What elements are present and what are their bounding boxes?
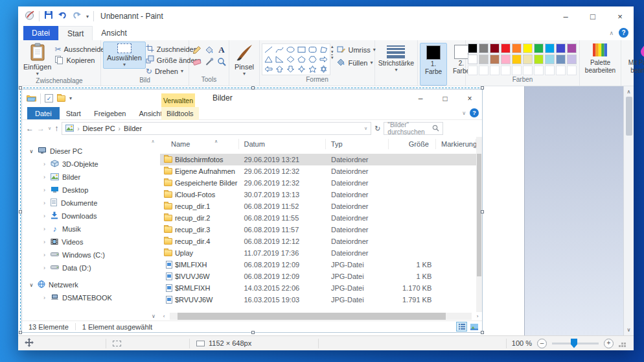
checkmark-icon[interactable]: ✓ [45,94,53,103]
palette-swatch[interactable] [468,43,477,53]
tab-bildtools[interactable]: Bildtools [161,107,199,120]
history-dropdown-icon[interactable]: ∨ [48,126,51,131]
table-row[interactable]: Gespeicherte Bilder29.06.2019 12:32Datei… [160,177,476,189]
shape-rounded-rectangle-icon[interactable] [307,45,318,54]
tab-ansicht[interactable]: Ansicht [93,26,135,40]
pencil-icon[interactable] [191,44,203,55]
tab-freigeben[interactable]: Freigeben [87,107,133,119]
palette-swatch[interactable] [523,54,533,64]
shape-left-arrow-icon[interactable] [263,64,274,74]
qat-dropdown-icon[interactable]: ▾ [69,96,72,101]
zoom-slider-thumb[interactable] [571,339,577,348]
horizontal-scrollbar[interactable]: ∨ ‹ › [22,312,482,320]
details-view-icon[interactable] [456,322,467,332]
palette-swatch[interactable] [545,54,555,64]
selection-handle[interactable] [251,331,255,334]
table-row[interactable]: $IMLFIXH06.08.2019 12:09JPG-Datei1 KB [160,259,476,271]
paint-canvas-area[interactable]: ✓ ▾ Verwalten Bilder – □ × Date [18,86,634,335]
palette-swatch-empty[interactable] [556,66,566,75]
table-row[interactable]: $RMLFIXH14.03.2015 22:06JPG-Datei1.170 K… [160,282,476,294]
sidebar-item-netzwerk[interactable]: ∨Netzwerk [22,278,157,291]
tab-datei[interactable]: Datei [23,26,58,40]
shape-line-icon[interactable] [263,45,274,54]
palette-swatch[interactable] [567,54,577,64]
shape-five-point-star-icon[interactable] [307,64,318,74]
scrollbar-thumb[interactable] [178,313,446,320]
scroll-left-icon[interactable]: ‹ [159,313,168,319]
selection-handle[interactable] [19,210,22,213]
chevron-collapsed-icon[interactable]: › [41,239,47,245]
sidebar-item-videos[interactable]: ›Videos [22,235,157,248]
palette-swatch-empty[interactable] [567,66,577,75]
edit-with-paint3d-button[interactable]: Mit Paint 3D bearbeiten [623,42,644,76]
sidebar-item-downloads[interactable]: ›Downloads [22,210,157,223]
chevron-expanded-icon[interactable]: ∨ [29,282,34,288]
table-row[interactable]: recup_dir.306.08.2019 11:57Dateiordner [160,224,476,235]
qat-dropdown-icon[interactable]: ▾ [86,14,89,19]
maximize-button[interactable]: □ [433,90,457,107]
sidebar-item-dieser-pc[interactable]: ∨Dieser PC [22,145,157,158]
undo-icon[interactable] [58,10,67,22]
shape-up-arrow-icon[interactable] [274,64,285,74]
chevron-collapsed-icon[interactable]: › [41,252,47,258]
shape-triangle-icon[interactable] [263,54,274,64]
selection-marquee[interactable]: ✓ ▾ Verwalten Bilder – □ × Date [20,88,483,333]
nav-scroll-down-icon[interactable]: ∨ [149,313,158,319]
palette-swatch[interactable] [501,54,511,64]
eyedropper-icon[interactable] [203,56,215,67]
column-header-typ[interactable]: Typ [326,139,389,149]
breadcrumb-bilder[interactable]: Bilder [124,125,142,132]
selection-handle[interactable] [481,86,484,90]
sidebar-item-windows-c[interactable]: ›Windows (C:) [22,248,157,261]
palette-swatch-empty[interactable] [523,66,533,75]
resize-grip[interactable] [621,343,623,344]
close-button[interactable]: × [606,6,634,26]
shape-right-triangle-icon[interactable] [274,54,285,64]
new-folder-icon[interactable] [57,95,65,102]
zoom-slider[interactable] [552,343,599,344]
palette-swatch[interactable] [468,54,477,64]
chevron-collapsed-icon[interactable]: › [41,295,47,301]
palette-swatch[interactable] [512,43,522,53]
table-row[interactable]: iCloud-Fotos30.07.2019 13:13Dateiordner [160,189,476,200]
table-row[interactable]: $RVUVJ6W16.03.2015 19:03JPG-Datei1.791 K… [160,294,476,306]
table-row[interactable]: Bildschirmfotos29.06.2019 13:21Dateiordn… [160,154,476,165]
brush-button[interactable]: Pinsel ▾ [231,42,257,77]
palette-swatch-empty[interactable] [468,66,477,75]
chevron-collapsed-icon[interactable]: › [41,226,47,232]
scroll-right-icon[interactable]: › [473,313,482,319]
zoom-in-button[interactable]: + [604,339,614,348]
nav-scrollbar[interactable]: ∧ [149,137,157,312]
expand-ribbon-icon[interactable]: ∨ [462,110,466,116]
palette-swatch[interactable] [490,54,500,64]
manage-contextual-label[interactable]: Verwalten [161,93,195,107]
select-button[interactable]: Auswählen ▾ [103,42,146,69]
file-list-scrollbar[interactable] [476,137,482,312]
selection-handle[interactable] [481,331,484,334]
palette-swatch[interactable] [556,54,566,64]
collapse-ribbon-icon[interactable]: ∧ [609,30,614,36]
palette-swatch[interactable] [501,43,511,53]
column-header-name[interactable]: Name [160,139,239,149]
column-header-datum[interactable]: Datum [239,139,325,149]
selection-handle[interactable] [19,86,22,90]
palette-swatch[interactable] [545,43,555,53]
scroll-down-icon[interactable]: ∨ [627,327,631,335]
scrollbar-thumb[interactable] [626,97,632,136]
stroke-width-button[interactable]: Strichstärke ▾ [375,42,417,73]
table-row[interactable]: recup_dir.206.08.2019 11:55Dateiordner [160,212,476,224]
magnifier-icon[interactable] [216,56,227,67]
color1-button[interactable]: 1. Farbe [420,43,447,86]
table-row[interactable]: $IVUVJ6W06.08.2019 12:09JPG-Datei1 KB [160,271,476,282]
palette-swatch[interactable] [512,54,522,64]
shape-pentagon-icon[interactable] [296,54,307,64]
shapes-scroll-up-icon[interactable]: ▴ [331,44,334,49]
help-icon[interactable]: ? [470,108,479,117]
shape-polygon-icon[interactable] [318,45,329,54]
minimize-button[interactable]: – [408,90,433,107]
up-icon[interactable]: ↑ [54,124,58,133]
palette-swatch[interactable] [523,43,533,53]
scrollbar-thumb[interactable] [477,154,481,276]
chevron-collapsed-icon[interactable]: › [41,187,47,193]
minimize-button[interactable]: – [552,6,579,26]
